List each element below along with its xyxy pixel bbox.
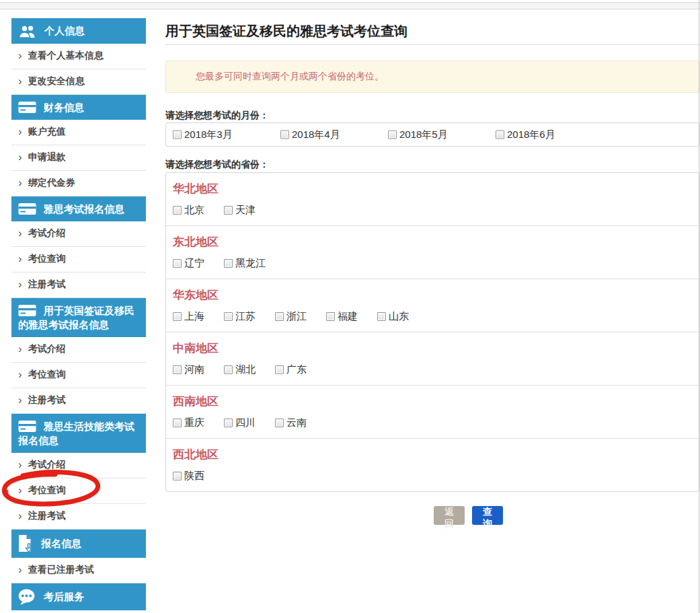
province-option-label: 四川: [235, 417, 256, 428]
sidebar-item[interactable]: ›注册考试: [11, 504, 146, 530]
top-nav-bottom-edge: [0, 2, 700, 9]
checkbox-icon[interactable]: [173, 131, 182, 139]
sidebar-item[interactable]: ›考位查询: [11, 363, 146, 388]
sidebar-item[interactable]: ›注册考试: [11, 388, 146, 414]
sidebar-item[interactable]: ›申请退款: [11, 145, 146, 171]
sidebar-item[interactable]: ›账户充值: [11, 120, 146, 145]
credit-card-icon: [18, 101, 36, 114]
province-option[interactable]: 上海: [173, 310, 224, 322]
back-button[interactable]: 返回: [434, 506, 465, 525]
users-icon: [18, 24, 37, 38]
search-button[interactable]: 查询: [472, 506, 503, 525]
month-option[interactable]: 2018年5月: [388, 129, 448, 141]
sidebar-section-header[interactable]: 考后服务: [11, 583, 146, 610]
sidebar-item[interactable]: ›考试介绍: [11, 221, 146, 247]
province-option[interactable]: 黑龙江: [224, 257, 266, 268]
province-option[interactable]: 山东: [377, 310, 409, 322]
month-option[interactable]: 2018年6月: [496, 129, 555, 141]
sidebar-section-header[interactable]: 雅思考试报名信息: [11, 196, 146, 221]
chevron-right-icon: ›: [18, 50, 22, 61]
checkbox-icon[interactable]: [224, 259, 233, 268]
region-group: 中南地区河南湖北广东: [166, 332, 699, 386]
sidebar-item[interactable]: ›考试介绍: [11, 453, 146, 478]
sidebar-item[interactable]: ›绑定代金券: [11, 171, 146, 196]
sidebar: 个人信息›查看个人基本信息›更改安全信息财务信息›账户充值›申请退款›绑定代金券…: [11, 18, 146, 613]
month-option[interactable]: 2018年4月: [280, 129, 340, 141]
province-option[interactable]: 陕西: [173, 470, 204, 481]
province-option-label: 上海: [184, 310, 204, 322]
province-option-label: 辽宁: [184, 257, 204, 268]
province-option[interactable]: 河南: [173, 363, 224, 375]
checkbox-icon[interactable]: [173, 472, 182, 480]
region-title: 西北地区: [173, 448, 699, 462]
province-option[interactable]: 江苏: [224, 310, 275, 322]
chevron-right-icon: ›: [18, 151, 22, 163]
sidebar-item[interactable]: ›注册考试: [11, 273, 146, 298]
sidebar-item-label: 注册考试: [28, 510, 66, 522]
province-option[interactable]: 北京: [173, 204, 224, 215]
checkbox-icon[interactable]: [377, 312, 386, 321]
region-group: 西北地区陕西: [166, 439, 699, 491]
region-title: 东北地区: [173, 236, 699, 249]
checkbox-icon[interactable]: [173, 419, 182, 427]
province-option[interactable]: 浙江: [275, 310, 326, 322]
credit-card-icon: [18, 420, 36, 433]
sidebar-item[interactable]: ›考位查询: [11, 247, 146, 273]
checkbox-icon[interactable]: [224, 312, 233, 321]
sidebar-section-header[interactable]: 用于英国签证及移民的雅思考试报名信息: [11, 298, 146, 337]
province-option-label: 山东: [389, 310, 409, 322]
sidebar-item-label: 考位查询: [28, 484, 66, 497]
checkbox-icon[interactable]: [275, 419, 284, 427]
province-option[interactable]: 天津: [224, 204, 256, 215]
checkbox-icon[interactable]: [275, 312, 284, 321]
sidebar-section-header[interactable]: 个人信息: [11, 18, 146, 44]
province-option[interactable]: 辽宁: [173, 257, 224, 268]
region-options: 北京天津: [173, 204, 699, 215]
checkbox-icon[interactable]: [388, 131, 397, 139]
chat-bubble-icon: [18, 589, 36, 605]
chevron-right-icon: ›: [18, 75, 22, 87]
province-option[interactable]: 重庆: [173, 417, 224, 428]
chevron-right-icon: ›: [18, 177, 22, 188]
sidebar-item[interactable]: ›查看成绩: [11, 610, 146, 613]
checkbox-icon[interactable]: [224, 419, 233, 427]
sidebar-item-label: 考位查询: [28, 253, 66, 265]
sidebar-item-label: 查看已注册考试: [28, 564, 94, 576]
checkbox-icon[interactable]: [224, 365, 233, 374]
region-options: 重庆四川云南: [173, 417, 699, 428]
month-option[interactable]: 2018年3月: [173, 129, 233, 141]
province-option[interactable]: 福建: [326, 310, 377, 322]
sidebar-section-header[interactable]: 报名信息: [11, 530, 146, 558]
province-option[interactable]: 广东: [275, 363, 307, 375]
checkbox-icon[interactable]: [224, 206, 233, 215]
sidebar-section-header[interactable]: 雅思生活技能类考试报名信息: [11, 414, 146, 453]
month-option-label: 2018年3月: [184, 129, 233, 141]
region-options: 陕西: [173, 470, 699, 481]
province-option[interactable]: 湖北: [224, 363, 275, 375]
sidebar-item[interactable]: ›考位查询: [11, 478, 146, 504]
region-group: 华东地区上海江苏浙江福建山东: [166, 279, 699, 332]
province-option[interactable]: 四川: [224, 417, 275, 428]
checkbox-icon[interactable]: [326, 312, 335, 321]
sidebar-section-header[interactable]: 财务信息: [11, 95, 146, 120]
sidebar-item[interactable]: ›更改安全信息: [11, 69, 146, 95]
sidebar-item[interactable]: ›查看已注册考试: [11, 558, 146, 583]
checkbox-icon[interactable]: [496, 131, 504, 139]
checkbox-icon[interactable]: [173, 365, 182, 374]
province-option-label: 湖北: [235, 363, 256, 375]
document-download-icon: [18, 535, 34, 552]
sidebar-section-label: 个人信息: [44, 25, 85, 36]
sidebar-item[interactable]: ›查看个人基本信息: [11, 44, 146, 69]
sidebar-item[interactable]: ›考试介绍: [11, 337, 146, 363]
sidebar-item-label: 注册考试: [28, 394, 66, 406]
checkbox-icon[interactable]: [173, 312, 182, 321]
region-title: 西南地区: [173, 395, 699, 408]
province-option-label: 广东: [286, 363, 307, 375]
checkbox-icon[interactable]: [275, 365, 284, 374]
checkbox-icon[interactable]: [173, 259, 182, 268]
province-option-label: 天津: [235, 204, 256, 215]
chevron-right-icon: ›: [18, 369, 22, 380]
checkbox-icon[interactable]: [173, 206, 182, 215]
checkbox-icon[interactable]: [280, 131, 289, 139]
province-option[interactable]: 云南: [275, 417, 307, 428]
